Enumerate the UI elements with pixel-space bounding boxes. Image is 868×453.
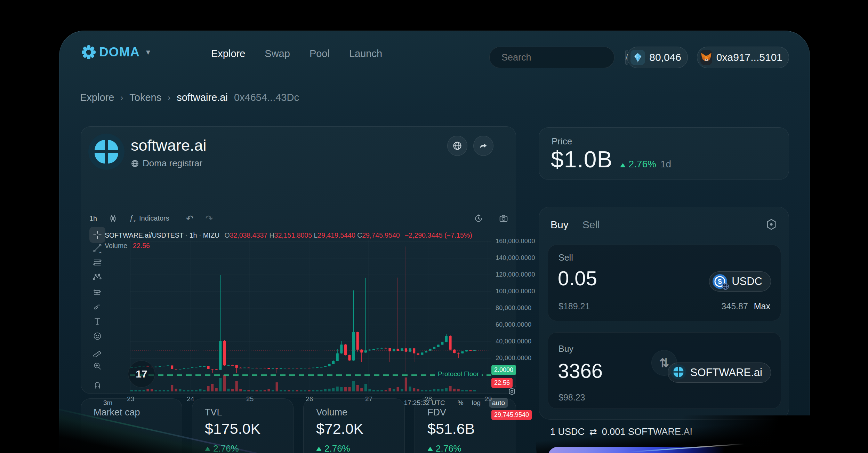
- stat-value: $175.0K: [205, 420, 260, 437]
- breadcrumb-explore[interactable]: Explore: [80, 92, 114, 103]
- doma-logo[interactable]: DOMA ▼: [81, 45, 152, 60]
- ohlc-key: O: [224, 231, 230, 239]
- candle: [308, 368, 310, 368]
- delta-up-icon: [316, 447, 322, 451]
- volume-bar: [215, 388, 218, 391]
- wallet-pill[interactable]: 0xa917...5101: [697, 47, 789, 68]
- max-button[interactable]: Max: [754, 301, 770, 311]
- candle: [175, 369, 177, 369]
- buy-token-selector[interactable]: SOFTWARE.ai: [668, 363, 771, 383]
- candle: [372, 349, 375, 350]
- candle: [388, 348, 391, 351]
- trade-card: BuySell Sell 0.05 $: [539, 207, 789, 420]
- balance-pill[interactable]: 80,046: [627, 47, 688, 68]
- token-chart-card: software.ai Doma registrar 1h: [81, 126, 516, 394]
- nav-link-pool[interactable]: Pool: [310, 48, 330, 59]
- protocol-floor-label: Protocol Floor: [435, 370, 482, 378]
- axis-settings-gear-icon[interactable]: [507, 387, 516, 396]
- search-input[interactable]: [501, 52, 625, 63]
- volume-bar: [421, 390, 423, 391]
- trade-tab-sell[interactable]: Sell: [582, 219, 600, 231]
- share-button[interactable]: [473, 136, 493, 156]
- indicators-button[interactable]: ƒx Indicators: [129, 214, 169, 223]
- candle: [187, 368, 189, 368]
- bar-replay-icon[interactable]: [474, 214, 483, 223]
- settings-gear-icon[interactable]: [765, 218, 778, 231]
- tradingview-logo[interactable]: 17: [128, 360, 155, 388]
- volume-bar: [284, 390, 286, 391]
- volume-bar: [449, 386, 451, 391]
- price-period: 1d: [660, 159, 671, 170]
- volume-bar: [135, 390, 137, 391]
- buy-amount-input[interactable]: 3366: [558, 359, 603, 382]
- volume-bar: [130, 390, 133, 391]
- candle: [211, 369, 214, 369]
- sell-amount-input[interactable]: 0.05: [558, 267, 597, 290]
- volume-bar: [280, 390, 282, 391]
- website-button[interactable]: [447, 136, 467, 156]
- nav-link-launch[interactable]: Launch: [349, 48, 382, 59]
- volume-bar: [138, 390, 141, 391]
- projection-icon[interactable]: [89, 284, 105, 300]
- magnet-icon[interactable]: [89, 378, 105, 394]
- ohlc-value: 29,745.9540: [362, 231, 400, 239]
- volume-bar: [332, 388, 335, 391]
- price-chart[interactable]: [130, 240, 491, 393]
- candle-style-icon[interactable]: [109, 214, 117, 223]
- sell-token-selector[interactable]: $ USDC: [709, 271, 771, 292]
- nav-link-swap[interactable]: Swap: [265, 48, 290, 59]
- volume-bar: [401, 389, 403, 391]
- candle: [348, 355, 351, 360]
- y-axis-tick: 20,000.0000: [496, 355, 531, 362]
- price-label: Price: [552, 136, 572, 147]
- share-arrow-icon: [479, 141, 488, 151]
- zoom-in-icon[interactable]: [89, 358, 105, 374]
- candle: [292, 368, 294, 368]
- emoji-icon[interactable]: [89, 328, 105, 344]
- candle: [445, 336, 448, 342]
- candle: [284, 368, 286, 368]
- logo-caret-icon[interactable]: ▼: [145, 48, 152, 56]
- volume-bar: [320, 390, 322, 391]
- candle: [300, 368, 302, 369]
- doma-flower-icon: [81, 45, 96, 60]
- text-tool-icon[interactable]: [89, 313, 105, 329]
- candle: [195, 367, 198, 367]
- brush-icon[interactable]: [89, 299, 105, 315]
- trade-tab-buy[interactable]: Buy: [550, 219, 569, 231]
- stat-card-volume: Volume$72.0K2.76%: [303, 398, 405, 453]
- volume-bar: [380, 390, 383, 391]
- parallel-lines-icon[interactable]: [89, 254, 105, 270]
- candle: [227, 365, 230, 366]
- breadcrumb-tokens[interactable]: Tokens: [129, 92, 161, 103]
- delta-up-icon: [427, 447, 433, 451]
- price-value: $1.0B: [551, 146, 612, 173]
- volume-bar: [259, 390, 262, 391]
- volume-bar: [352, 381, 355, 391]
- search-bar[interactable]: /: [489, 47, 614, 68]
- volume-bar: [251, 390, 254, 391]
- y-axis-tick: 160,000.0000: [496, 238, 535, 245]
- candle: [251, 368, 254, 368]
- volume-bar: [207, 386, 209, 391]
- price-card: Price $1.0B 2.76% 1d: [539, 127, 789, 180]
- stat-label: FDV: [427, 407, 446, 418]
- xabcd-pattern-icon[interactable]: [89, 269, 105, 285]
- interval-button[interactable]: 1h: [89, 215, 97, 223]
- trend-line-icon[interactable]: [89, 240, 105, 256]
- candle: [405, 348, 407, 352]
- volume-bar: [151, 389, 153, 391]
- volume-bar: [239, 389, 242, 391]
- camera-icon[interactable]: [499, 214, 508, 223]
- volume-bar: [445, 388, 448, 391]
- usdc-globe-badge: [722, 283, 729, 290]
- candle: [413, 348, 415, 353]
- volume-bar: [167, 390, 169, 391]
- volume-bar: [417, 389, 419, 391]
- redo-icon[interactable]: ↷: [206, 213, 213, 224]
- candle: [167, 365, 169, 366]
- candle: [377, 349, 379, 349]
- nav-link-explore[interactable]: Explore: [211, 48, 245, 59]
- candle: [207, 366, 209, 369]
- undo-icon[interactable]: ↶: [186, 213, 194, 224]
